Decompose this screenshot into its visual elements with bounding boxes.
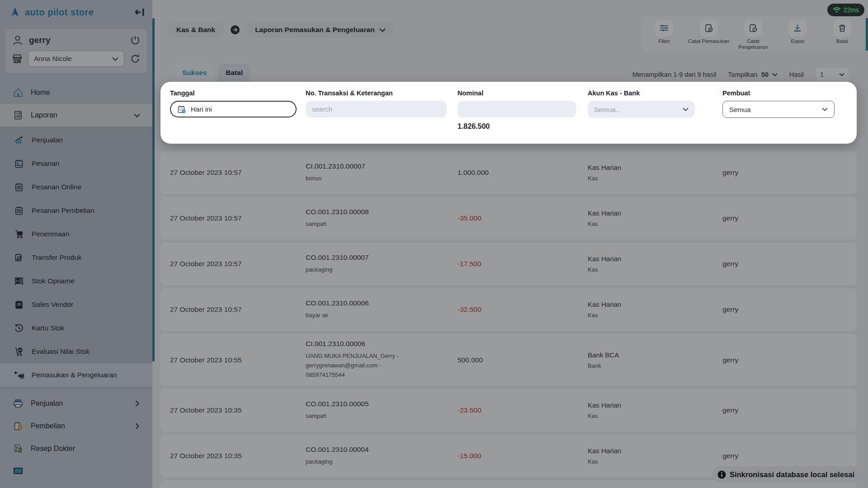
row-account-type: Bank — [588, 362, 722, 369]
row-date: 27 October 2023 10:57 — [170, 214, 306, 222]
sidebar-item-stok-opname[interactable]: Stok Opname — [0, 269, 152, 293]
user-avatar-icon — [12, 34, 24, 46]
chevron-right-icon — [132, 423, 142, 429]
sidebar-item-sales-vendor[interactable]: Sales Vendor — [0, 293, 152, 316]
receiving-cart-icon — [14, 229, 24, 239]
filter-button[interactable]: Filter — [643, 19, 685, 44]
download-icon — [788, 19, 807, 37]
row-date: 27 October 2023 10:57 — [170, 260, 306, 268]
breadcrumb-kas-bank[interactable]: Kas & Bank — [167, 22, 224, 38]
row-account-type: Kas — [588, 266, 722, 273]
row-account: Kas Harian — [588, 447, 722, 455]
batal-button[interactable]: Batal — [821, 19, 863, 44]
table-row[interactable]: 27 October 2023 10:57 CI.001.2310.00007b… — [160, 151, 857, 194]
row-creator: gerry — [722, 356, 857, 364]
refresh-icon[interactable] — [130, 53, 141, 64]
akun-select[interactable]: Semua... — [588, 101, 695, 118]
sidebar-item-resep-dokter[interactable]: Resep Dokter — [0, 437, 152, 460]
order-calendar-icon — [14, 159, 24, 169]
chevron-down-icon — [112, 57, 118, 61]
chevron-down-icon — [822, 108, 828, 111]
app-root: auto pilot store gerry Anna Nic — [0, 0, 868, 488]
logo: auto pilot store — [0, 0, 152, 23]
sidebar-item-evaluasi-nilai-stok[interactable]: RP Evaluasi Nilai Stok — [0, 340, 152, 363]
chevron-down-icon — [132, 113, 142, 117]
laporan-submenu: Penjualan Pesanan Pesanan Online — [0, 127, 152, 389]
sidebar-item-transfer-produk[interactable]: Transfer Produk — [0, 246, 152, 269]
content-scrollbar[interactable] — [152, 18, 155, 361]
row-account: Kas Harian — [588, 401, 722, 409]
transaksi-label: No. Transaksi & Keterangan — [306, 89, 458, 97]
main-content: Kas & Bank Laporan Pemasukan & Pengeluar… — [152, 0, 868, 488]
tab-batal[interactable]: Batal — [218, 64, 250, 82]
sidebar-item-penjualan[interactable]: Penjualan — [0, 392, 152, 415]
filter-nominal: Nominal 1.826.500 — [458, 89, 588, 131]
result-label: Hasil — [789, 71, 804, 78]
sidebar-item-pesanan-pembelian[interactable]: Pesanan Pembelian — [0, 199, 152, 222]
row-description: sampah — [306, 220, 404, 229]
chevron-down-icon — [683, 108, 689, 111]
row-creator: gerry — [722, 305, 857, 314]
sales-trend-icon — [14, 135, 24, 145]
table-row[interactable]: 27 October 2023 10:57 CO.001.2310.00008s… — [160, 197, 857, 239]
nominal-total: 1.826.500 — [458, 122, 588, 131]
row-date: 27 October 2023 10:57 — [170, 169, 306, 177]
filter-panel: Tanggal Hari ini No. Transaksi & Keteran… — [160, 82, 857, 144]
table-row[interactable]: 27 October 2023 10:55 CI.001.2310.00006U… — [160, 334, 857, 386]
sidebar-item-label: Pesanan Pembelian — [32, 206, 94, 215]
store-select[interactable]: Anna Nicole — [28, 51, 124, 67]
note-minus-icon — [744, 19, 762, 37]
sidebar-item-laporan[interactable]: Laporan — [0, 104, 152, 127]
row-trx-number: CI.001.2310.00007 — [306, 162, 458, 170]
filter-akun: Akun Kas - Bank Semua... — [588, 89, 722, 131]
pembuat-label: Pembuat — [722, 89, 845, 97]
breadcrumb-laporan-dropdown[interactable]: Laporan Pemasukan & Pengeluaran — [246, 22, 394, 38]
sidebar-item-pesanan-online[interactable]: Pesanan Online — [0, 175, 152, 199]
pembuat-select[interactable]: Semua — [722, 101, 835, 118]
catat-pengeluaran-button[interactable]: Catat Pengeluaran — [732, 19, 774, 50]
catat-pemasukan-button[interactable]: Catat Pemasukan — [688, 19, 730, 44]
page-select[interactable]: 1 — [816, 68, 849, 81]
sidebar-item-label: Penerimaan — [32, 230, 70, 238]
sidebar-item-label: Home — [31, 89, 50, 97]
sidebar-item-pembelian[interactable]: Pembelian — [0, 415, 152, 437]
logout-power-icon[interactable] — [130, 35, 141, 46]
monitor-icon — [13, 467, 24, 476]
row-amount: -15.000 — [458, 452, 588, 460]
sidebar-item-label: Penjualan — [32, 136, 63, 144]
sidebar-item-penjualan-laporan[interactable]: Penjualan — [0, 128, 152, 152]
collapse-sidebar-icon[interactable] — [134, 8, 145, 17]
trash-icon — [833, 19, 851, 37]
chevron-down-icon — [772, 73, 778, 76]
pagination: Menampilkan 1-9 dari 9 hasil Tampilkan 5… — [632, 68, 849, 81]
transaksi-search-input[interactable] — [306, 101, 447, 117]
sidebar-item-kartu-stok[interactable]: Kartu Stok — [0, 316, 152, 340]
home-icon — [13, 88, 24, 98]
row-trx-number: CO.001.2310.00005 — [306, 400, 458, 408]
sidebar-item-pemasukan-pengeluaran[interactable]: RP Pemasukan & Pengeluaran — [0, 363, 152, 387]
row-description: bayar air — [306, 311, 404, 320]
table-row[interactable]: 27 October 2023 10:35 CO.001.2310.00005s… — [160, 389, 857, 432]
filter-tanggal: Tanggal Hari ini — [170, 89, 306, 131]
row-description: UANG MUKA PENJUALAN_Gerry - gerrygrenawa… — [306, 352, 404, 380]
tab-sukses[interactable]: Sukses — [175, 64, 214, 82]
nominal-label: Nominal — [458, 89, 588, 97]
sidebar-item-partial[interactable] — [0, 460, 152, 483]
row-amount: -32.500 — [458, 305, 588, 314]
nominal-input[interactable] — [458, 101, 576, 117]
right-scrollbar[interactable] — [866, 18, 868, 51]
sidebar-item-pesanan[interactable]: Pesanan — [0, 152, 152, 175]
toolbar: Filter Catat Pemasukan Catat Pengeluaran… — [642, 16, 864, 52]
table-row[interactable]: 27 October 2023 10:57 CO.001.2310.00006b… — [160, 288, 857, 331]
sidebar-item-penerimaan[interactable]: Penerimaan — [0, 222, 152, 246]
row-trx-number: CO.001.2310.00006 — [306, 299, 458, 307]
row-account-type: Kas — [588, 413, 722, 419]
sidebar-item-home[interactable]: Home — [0, 81, 152, 104]
page-size-select[interactable]: Tampilkan 50 — [728, 71, 777, 78]
row-amount: 1.000.000 — [458, 169, 588, 177]
info-icon — [717, 470, 726, 479]
table-row[interactable]: 27 October 2023 10:57 CO.001.2310.00007p… — [160, 243, 857, 285]
filter-sliders-icon — [655, 19, 673, 37]
date-range-input[interactable]: Hari ini — [170, 101, 297, 117]
expor-button[interactable]: Expor — [777, 19, 818, 44]
